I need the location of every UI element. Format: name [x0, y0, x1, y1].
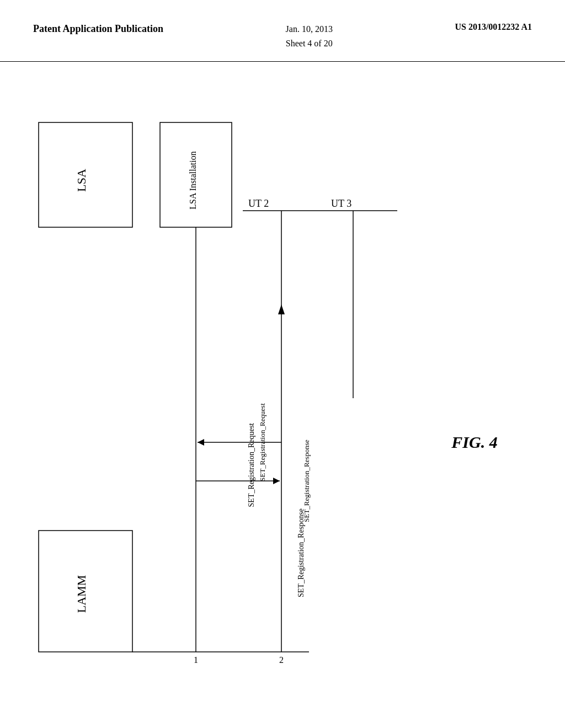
set-reg-response-arrow	[273, 478, 280, 484]
diagram-svg: LSA LSA Installation UT 2 UT 3 SET_Regis…	[0, 62, 565, 724]
figure-label: FIG. 4	[451, 433, 497, 451]
resp-label-rotated: SET_Registration_Response	[302, 440, 311, 522]
ut2-arrow-up	[278, 304, 285, 314]
date-label: Jan. 10, 2013	[286, 24, 333, 34]
page-header: Patent Application Publication Jan. 10, …	[0, 0, 565, 62]
set-reg-request-arrow	[198, 439, 204, 446]
seq-num-2: 2	[279, 655, 284, 665]
publication-label: Patent Application Publication	[33, 22, 163, 36]
patent-number: US 2013/0012232 A1	[455, 22, 532, 32]
lsa-install-label: LSA Installation	[188, 152, 198, 210]
req-label-rotated: SET_Registration_Request	[258, 403, 266, 481]
set-reg-request-label: SET_Registration_Request	[247, 423, 255, 507]
lsa-label: LSA	[74, 169, 88, 192]
ut2-label: UT 2	[248, 198, 269, 209]
seq-num-1: 1	[194, 655, 198, 665]
ut3-label: UT 3	[331, 198, 351, 209]
sheet-info: Jan. 10, 2013 Sheet 4 of 20	[286, 22, 333, 50]
diagram-area: LSA LSA Installation UT 2 UT 3 SET_Regis…	[0, 62, 565, 724]
lamm-label: LAMM	[74, 575, 88, 613]
sheet-label: Sheet 4 of 20	[286, 39, 333, 48]
